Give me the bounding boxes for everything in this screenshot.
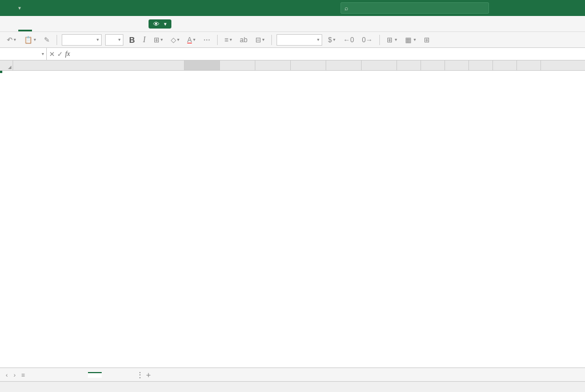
tab-draw[interactable] (46, 16, 59, 31)
sheet-nav-prev[interactable]: ‹ (3, 371, 10, 378)
format-button[interactable]: ⊞ (422, 35, 433, 45)
sheet-tab-1[interactable] (43, 373, 57, 377)
col-header-I[interactable] (397, 60, 421, 70)
ribbon-tabs: 👁 ▾ (0, 16, 585, 32)
sheet-tab-0[interactable] (29, 373, 42, 377)
col-header-B[interactable] (13, 60, 185, 70)
sheet-list-icon[interactable]: ≡ (19, 371, 27, 378)
fill-color-button[interactable]: ◇▾ (169, 35, 182, 45)
wrap-text-button[interactable]: ab (238, 35, 250, 45)
format-painter-button[interactable]: ✎ (42, 35, 52, 45)
increase-decimal-button[interactable]: ←0 (341, 35, 356, 45)
font-size-selector[interactable]: ▾ (105, 34, 123, 46)
tab-review[interactable] (101, 16, 114, 31)
col-header-G[interactable] (326, 60, 362, 70)
sheet-nav-next[interactable]: › (11, 371, 18, 378)
active-cell-indicator (0, 71, 2, 73)
add-sheet-icon[interactable]: ⋮ + (133, 370, 154, 379)
col-header-F[interactable] (291, 60, 326, 70)
title-bar: ▾ ⌕ (0, 0, 585, 16)
col-header-E[interactable] (255, 60, 291, 70)
merge-button[interactable]: ⊟▾ (253, 35, 267, 45)
col-header-H[interactable] (362, 60, 397, 70)
col-header-D[interactable] (220, 60, 255, 70)
borders-button[interactable]: ⊞▾ (151, 35, 165, 45)
sheet-tab-5[interactable] (103, 373, 117, 377)
tab-home[interactable] (18, 16, 32, 31)
bold-button[interactable]: B (127, 34, 137, 46)
fx-icon[interactable]: fx (65, 50, 70, 58)
sheet-tab-3[interactable] (73, 373, 87, 377)
tab-view[interactable] (114, 16, 128, 31)
currency-button[interactable]: $▾ (326, 35, 338, 45)
tab-formulas[interactable] (73, 16, 87, 31)
number-format-selector[interactable]: ▾ (277, 34, 322, 46)
align-button[interactable]: ≡▾ (222, 35, 234, 45)
sheet-tab-4[interactable] (88, 372, 102, 378)
font-color-button[interactable]: A▾ (185, 35, 198, 45)
italic-button[interactable]: I (141, 34, 148, 46)
sheet-tab-6[interactable] (118, 373, 131, 377)
viewing-mode-button[interactable]: 👁 ▾ (149, 19, 171, 29)
tab-page-layout[interactable] (59, 16, 73, 31)
spreadsheet-grid[interactable] (0, 60, 585, 362)
accept-formula-icon[interactable]: ✓ (57, 50, 63, 58)
paste-button[interactable]: 📋▾ (22, 35, 38, 45)
styles-button[interactable]: ▦ ▾ (403, 35, 418, 45)
chevron-down-icon[interactable]: ▾ (18, 5, 21, 11)
col-header-K[interactable] (445, 60, 469, 70)
col-header-L[interactable] (469, 60, 493, 70)
name-box[interactable]: ▾ (0, 48, 47, 60)
search-input[interactable]: ⌕ (340, 2, 489, 14)
decrease-decimal-button[interactable]: 0→ (360, 35, 375, 45)
col-header-N[interactable] (517, 60, 541, 70)
tab-file[interactable] (5, 16, 18, 31)
more-font-button[interactable]: ⋯ (201, 35, 213, 45)
font-selector[interactable]: ▾ (62, 34, 102, 46)
ribbon-toolbar: ↶▾ 📋▾ ✎ ▾ ▾ B I ⊞▾ ◇▾ A▾ ⋯ ≡▾ ab ⊟▾ ▾ $▾… (0, 32, 585, 48)
col-header-C[interactable] (185, 60, 220, 70)
search-icon: ⌕ (344, 5, 348, 11)
conditional-formatting-button[interactable]: ⊞ ▾ (384, 35, 399, 45)
select-all-corner[interactable] (0, 60, 13, 70)
eye-icon: 👁 (153, 21, 159, 27)
chevron-down-icon: ▾ (164, 21, 167, 27)
tab-data[interactable] (87, 16, 101, 31)
column-headers (0, 60, 585, 71)
col-header-M[interactable] (493, 60, 517, 70)
formula-bar: ▾ ✕ ✓ fx (0, 48, 585, 60)
tab-help[interactable] (128, 16, 142, 31)
tab-insert[interactable] (32, 16, 46, 31)
status-bar (0, 381, 585, 392)
undo-button[interactable]: ↶▾ (5, 35, 18, 45)
sheet-tab-2[interactable] (58, 373, 72, 377)
col-header-J[interactable] (421, 60, 445, 70)
sheet-tabs: ‹ › ≡ ⋮ + (0, 367, 585, 381)
cancel-formula-icon[interactable]: ✕ (49, 50, 55, 58)
